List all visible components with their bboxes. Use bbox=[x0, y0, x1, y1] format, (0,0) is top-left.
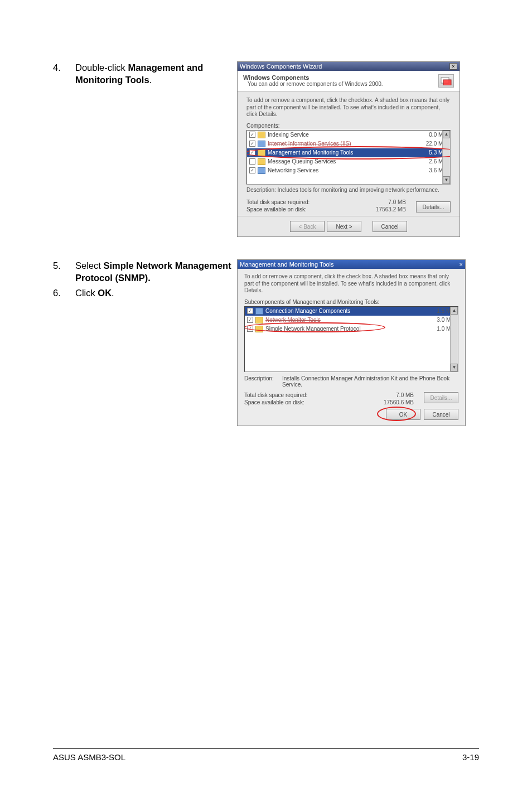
details-button[interactable]: Details... bbox=[424, 392, 458, 403]
text-bold: OK bbox=[98, 288, 112, 298]
page-footer: ASUS ASMB3-SOL 3-19 bbox=[53, 748, 479, 762]
scroll-up-icon[interactable]: ▲ bbox=[451, 307, 458, 315]
scroll-down-icon[interactable]: ▼ bbox=[443, 176, 450, 184]
component-icon bbox=[255, 326, 263, 332]
instruction-step-6: 6. Click OK. bbox=[53, 287, 237, 299]
wizard2-subcomponent-list[interactable]: ✓ Connection Manager Components 1.5 MB ✓… bbox=[244, 306, 458, 372]
item-name: Message Queuing Services bbox=[268, 158, 417, 165]
document-page: 4. Double-click Management and Monitorin… bbox=[0, 0, 532, 426]
scrollbar[interactable]: ▲ ▼ bbox=[442, 131, 450, 184]
cancel-button[interactable]: Cancel bbox=[373, 221, 407, 232]
checkbox-icon[interactable]: ✓ bbox=[247, 317, 253, 323]
space-available-line: Space available on disk: 17563.2 MB bbox=[246, 206, 406, 212]
text-suffix: . bbox=[149, 75, 152, 85]
step-number: 6. bbox=[53, 287, 75, 299]
text-suffix: . bbox=[112, 288, 114, 298]
wizard1-subheading: You can add or remove components of Wind… bbox=[248, 81, 438, 87]
list-item[interactable]: Message Queuing Services 2.6 MB bbox=[247, 157, 450, 166]
description-label: Description: bbox=[246, 187, 276, 193]
list-item[interactable]: ✓ Internet Information Services (IIS) 22… bbox=[247, 139, 450, 148]
item-name: Management and Monitoring Tools bbox=[268, 149, 417, 156]
system-icon bbox=[438, 74, 454, 88]
space-avail-value: 17560.6 MB bbox=[375, 399, 414, 405]
service-icon bbox=[258, 149, 265, 156]
step-number: 5. bbox=[53, 259, 75, 284]
checkbox-icon[interactable]: ✓ bbox=[249, 141, 255, 147]
wizard1-description: Description: Includes tools for monitori… bbox=[246, 187, 451, 194]
item-name: Connection Manager Components bbox=[265, 308, 424, 314]
row-step5-6: 5. Select Simple Network Management Prot… bbox=[53, 259, 479, 426]
wizard1-list-label: Components: bbox=[246, 123, 451, 129]
checkbox-icon[interactable]: ✓ bbox=[247, 326, 253, 332]
wizard2-titlebar: Management and Monitoring Tools × bbox=[238, 260, 465, 269]
wizard2-intro: To add or remove a component, click the … bbox=[244, 273, 458, 294]
list-item-selected[interactable]: ✓ Connection Manager Components 1.5 MB bbox=[245, 307, 458, 316]
step-number: 4. bbox=[53, 61, 75, 86]
item-name: Indexing Service bbox=[268, 132, 417, 138]
wizard1-title: Windows Components Wizard bbox=[240, 63, 322, 70]
close-icon[interactable]: × bbox=[449, 63, 457, 70]
wizard2-title: Management and Monitoring Tools bbox=[240, 261, 334, 268]
wizard1-heading: Windows Components bbox=[243, 74, 438, 81]
wizard2-list-label: Subcomponents of Management and Monitori… bbox=[244, 299, 458, 305]
annotation-circle bbox=[377, 407, 416, 421]
component-icon bbox=[255, 308, 263, 315]
text-prefix: Click bbox=[75, 288, 98, 298]
next-button[interactable]: Next > bbox=[327, 221, 361, 232]
checkbox-icon[interactable]: ✓ bbox=[249, 149, 255, 156]
wizard2-body: To add or remove a component, click the … bbox=[238, 269, 465, 426]
instruction-step-4: 4. Double-click Management and Monitorin… bbox=[53, 61, 237, 86]
checkbox-icon[interactable]: ✓ bbox=[247, 308, 253, 314]
wizard2-description: Description: Installs Connection Manager… bbox=[244, 375, 458, 388]
wizard1-titlebar: Windows Components Wizard × bbox=[238, 62, 460, 71]
screenshot-wizard2: Management and Monitoring Tools × To add… bbox=[237, 259, 479, 426]
space-req-label: Total disk space required: bbox=[244, 392, 307, 398]
step-text: Select Simple Network Management Protoco… bbox=[75, 259, 237, 284]
item-name: Network Monitor Tools bbox=[265, 317, 424, 323]
item-name: Networking Services bbox=[268, 167, 417, 173]
windows-components-wizard: Windows Components Wizard × Windows Comp… bbox=[237, 61, 460, 237]
list-item[interactable]: ✓ Networking Services 3.6 MB bbox=[247, 166, 450, 175]
instruction-step-5: 5. Select Simple Network Management Prot… bbox=[53, 259, 237, 284]
list-item[interactable]: ✓ Simple Network Management Protocol 1.0… bbox=[245, 325, 458, 334]
list-item[interactable]: ✓ Indexing Service 0.0 MB bbox=[247, 131, 450, 139]
management-monitoring-dialog: Management and Monitoring Tools × To add… bbox=[237, 259, 466, 426]
scroll-down-icon[interactable]: ▼ bbox=[451, 364, 458, 371]
service-icon bbox=[258, 167, 265, 174]
description-text: Installs Connection Manager Administrati… bbox=[282, 375, 458, 388]
text-prefix: Select bbox=[75, 260, 103, 270]
space-avail-value: 17563.2 MB bbox=[367, 206, 406, 212]
svg-rect-1 bbox=[443, 80, 451, 85]
space-required-line: Total disk space required: 7.0 MB bbox=[246, 199, 406, 205]
wizard2-button-row: OK Cancel bbox=[244, 409, 458, 420]
step-text: Click OK. bbox=[75, 287, 237, 299]
instructions-block-2: 5. Select Simple Network Management Prot… bbox=[53, 259, 237, 299]
wizard1-component-list[interactable]: ✓ Indexing Service 0.0 MB ✓ Internet Inf… bbox=[246, 130, 451, 185]
footer-left: ASUS ASMB3-SOL bbox=[53, 752, 125, 762]
footer-right: 3-19 bbox=[462, 752, 479, 762]
cancel-button[interactable]: Cancel bbox=[424, 409, 458, 420]
item-name: Internet Information Services (IIS) bbox=[268, 141, 417, 147]
details-button[interactable]: Details... bbox=[416, 201, 451, 212]
item-name: Simple Network Management Protocol bbox=[265, 326, 424, 332]
space-req-value: 7.0 MB bbox=[375, 392, 414, 398]
list-item-selected[interactable]: ✓ Management and Monitoring Tools 5.3 MB bbox=[247, 148, 450, 157]
space-available-line: Space available on disk: 17560.6 MB bbox=[244, 399, 414, 405]
list-item[interactable]: ✓ Network Monitor Tools 3.0 MB bbox=[245, 316, 458, 325]
back-button[interactable]: < Back bbox=[290, 221, 325, 232]
service-icon bbox=[258, 132, 265, 138]
checkbox-icon[interactable]: ✓ bbox=[249, 167, 255, 173]
space-required-line: Total disk space required: 7.0 MB bbox=[244, 392, 414, 398]
description-label: Description: bbox=[244, 375, 282, 388]
scrollbar[interactable]: ▲ ▼ bbox=[450, 307, 458, 371]
space-avail-label: Space available on disk: bbox=[244, 399, 304, 405]
text-prefix: Double-click bbox=[75, 62, 128, 73]
checkbox-icon[interactable] bbox=[249, 158, 255, 165]
wizard1-header: Windows Components You can add or remove… bbox=[238, 71, 460, 91]
wizard1-intro: To add or remove a component, click the … bbox=[246, 97, 451, 118]
scroll-up-icon[interactable]: ▲ bbox=[443, 131, 450, 138]
description-text: Includes tools for monitoring and improv… bbox=[278, 187, 439, 193]
close-icon[interactable]: × bbox=[460, 261, 463, 268]
checkbox-icon[interactable]: ✓ bbox=[249, 132, 255, 138]
component-icon bbox=[255, 317, 263, 323]
